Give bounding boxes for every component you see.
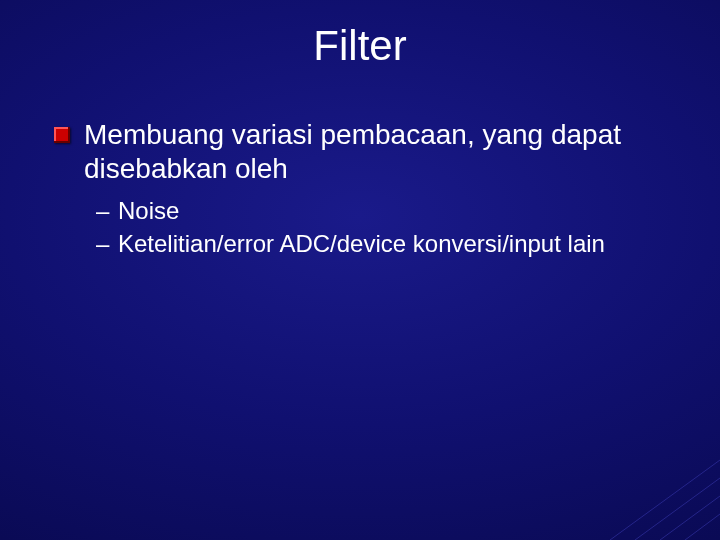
- decorative-corner-lines: [600, 420, 720, 540]
- slide: Filter Membuang variasi pembacaan, yang …: [0, 0, 720, 540]
- svg-line-1: [635, 478, 720, 540]
- bullet-level2-text: Noise: [118, 197, 179, 224]
- bullet-level2: – Noise: [54, 195, 680, 227]
- slide-body: Membuang variasi pembacaan, yang dapat d…: [54, 118, 680, 260]
- bullet-icon: [54, 127, 70, 143]
- bullet-level1-text: Membuang variasi pembacaan, yang dapat d…: [84, 119, 621, 184]
- bullet-level1: Membuang variasi pembacaan, yang dapat d…: [54, 118, 680, 185]
- bullet-level2-text: Ketelitian/error ADC/device konversi/inp…: [118, 230, 605, 257]
- slide-title: Filter: [0, 22, 720, 70]
- dash-icon: –: [96, 228, 109, 260]
- dash-icon: –: [96, 195, 109, 227]
- svg-line-0: [610, 460, 720, 540]
- bullet-level2: – Ketelitian/error ADC/device konversi/i…: [54, 228, 680, 260]
- svg-line-2: [660, 496, 720, 540]
- svg-line-3: [685, 514, 720, 540]
